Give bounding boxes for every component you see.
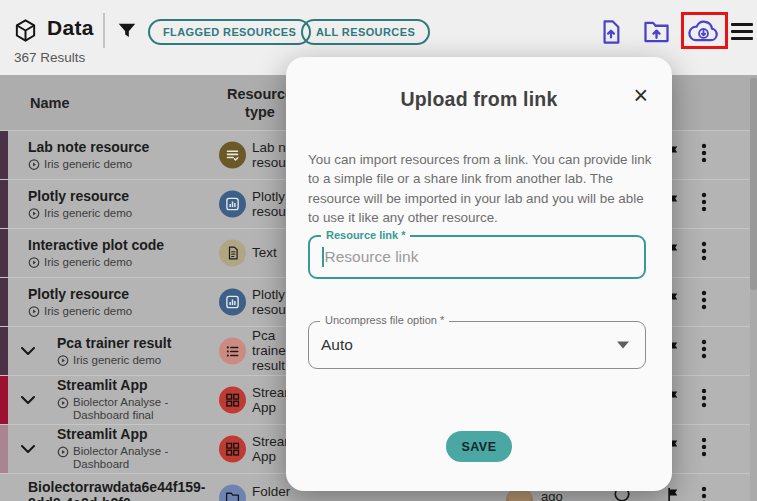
resource-name: Biolectorrawdata6e44f159-8dd9-4a2d-b2f0- xyxy=(28,480,233,501)
chevron-down-icon[interactable] xyxy=(21,440,35,458)
origin-icon xyxy=(57,397,69,409)
resource-type-label: Text xyxy=(252,245,277,260)
origin-icon xyxy=(28,158,40,170)
origin-icon xyxy=(28,256,40,268)
uncompress-option-select[interactable]: Uncompress file option * Auto xyxy=(308,321,646,369)
chevron-down-icon[interactable] xyxy=(21,391,35,409)
row-status-bar xyxy=(0,229,8,277)
kebab-menu-icon[interactable] xyxy=(701,143,707,167)
plotly-icon xyxy=(219,289,246,316)
resource-type-label: Pca trainer result xyxy=(252,328,290,373)
kebab-menu-icon[interactable] xyxy=(701,486,707,501)
resource-link-placeholder: Resource link xyxy=(325,248,419,266)
uncompress-option-value: Auto xyxy=(321,336,353,354)
dialog-description: You can import resources from a link. Yo… xyxy=(308,150,652,227)
folder-icon xyxy=(219,485,246,501)
flagged-resources-chip[interactable]: FLAGGED RESOURCES xyxy=(148,19,311,45)
resource-origin: Iris generic demo xyxy=(44,206,132,219)
kebab-menu-icon[interactable] xyxy=(701,192,707,216)
resource-origin: Biolector Analyse - Dashboard xyxy=(73,445,212,471)
resource-name: Lab note resource xyxy=(28,140,183,156)
dropdown-arrow-icon xyxy=(617,342,629,349)
resource-type-label: Folder xyxy=(252,484,290,499)
page-title: Data xyxy=(47,16,94,40)
row-status-bar xyxy=(0,425,8,473)
results-count: 367 Results xyxy=(14,50,85,65)
row-status-bar xyxy=(0,278,8,326)
dashboard-icon xyxy=(219,387,246,414)
column-header-name: Name xyxy=(30,95,70,111)
resource-name: Streamlit App xyxy=(57,427,212,443)
resource-origin: Biolector Analyse - Dashboard final xyxy=(73,396,212,422)
dialog-title: Upload from link xyxy=(286,88,672,111)
text-cursor xyxy=(322,247,324,267)
origin-icon xyxy=(28,207,40,219)
folder-upload-icon[interactable] xyxy=(644,20,669,47)
kebab-menu-icon[interactable] xyxy=(701,388,707,412)
row-status-bar xyxy=(0,327,8,375)
resource-origin: Iris generic demo xyxy=(73,353,161,366)
package-logo-icon xyxy=(13,18,38,47)
row-status-bar xyxy=(0,180,8,228)
list-icon xyxy=(219,338,246,365)
resource-link-field[interactable]: Resource link * Resource link xyxy=(308,235,646,279)
chevron-down-icon[interactable] xyxy=(21,342,35,360)
row-status-bar xyxy=(0,131,8,179)
resource-name: Streamlit App xyxy=(57,378,212,394)
origin-icon xyxy=(28,305,40,317)
row-status-bar xyxy=(0,376,8,424)
kebab-menu-icon[interactable] xyxy=(701,437,707,461)
text-file-icon xyxy=(219,240,246,267)
all-resources-chip[interactable]: ALL RESOURCES xyxy=(301,19,430,45)
origin-icon xyxy=(57,446,69,458)
screen: Name Resource type Lab note resource Iri… xyxy=(0,0,757,501)
plotly-icon xyxy=(219,191,246,218)
resource-name: Plotly resource xyxy=(28,189,183,205)
kebab-menu-icon[interactable] xyxy=(701,241,707,265)
resource-origin: Iris generic demo xyxy=(44,304,132,317)
resource-origin: Iris generic demo xyxy=(44,157,132,170)
save-button[interactable]: SAVE xyxy=(446,431,512,462)
divider xyxy=(103,13,105,48)
scrollbar-track[interactable] xyxy=(750,75,757,501)
resource-origin: Iris generic demo xyxy=(44,255,132,268)
upload-from-link-dialog: Upload from link × You can import resour… xyxy=(286,57,672,491)
dashboard-icon xyxy=(219,436,246,463)
kebab-menu-icon[interactable] xyxy=(701,339,707,363)
file-upload-icon[interactable] xyxy=(600,20,622,48)
origin-icon xyxy=(57,354,69,366)
flag-icon[interactable] xyxy=(666,488,681,501)
lab-note-icon xyxy=(219,142,246,169)
resource-name: Pca trainer result xyxy=(57,336,212,352)
filter-icon[interactable] xyxy=(116,20,138,46)
kebab-menu-icon[interactable] xyxy=(701,290,707,314)
scrollbar-thumb[interactable] xyxy=(750,78,757,290)
close-icon[interactable]: × xyxy=(633,83,648,108)
resource-name: Plotly resource xyxy=(28,287,183,303)
resource-name: Interactive plot code xyxy=(28,238,183,254)
highlight-box xyxy=(681,12,728,49)
menu-icon[interactable] xyxy=(731,23,753,40)
